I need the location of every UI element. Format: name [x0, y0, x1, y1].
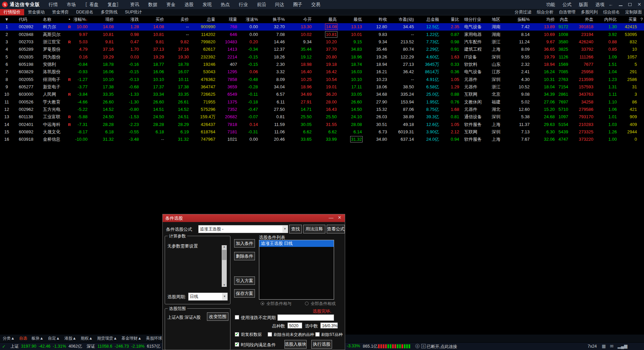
column-header-price[interactable]: 现价: [90, 16, 116, 23]
find-button[interactable]: 查找: [289, 225, 302, 233]
table-row[interactable]: 11000526学大教育-4.6626.60-1.3026.6026.61719…: [0, 98, 644, 105]
execute-pick-button[interactable]: 执行选股: [311, 340, 332, 349]
import-plan-button[interactable]: 引入方案: [234, 276, 255, 285]
table-row[interactable]: 4605289罗曼股份4.7937.161.7037.1337.16626171…: [0, 46, 644, 53]
scroll-thumb[interactable]: [222, 250, 226, 260]
bottom-tab[interactable]: 自选: [19, 336, 27, 341]
column-header-spd[interactable]: 涨速%: [239, 16, 260, 23]
index-segment[interactable]: 上证3197.90-42.46-1.31%4062亿: [10, 344, 82, 349]
column-header-bid[interactable]: 买价: [141, 16, 166, 23]
column-header-prev[interactable]: 昨收: [364, 16, 389, 23]
menu-item[interactable]: 前沿: [257, 2, 266, 8]
bottom-tab[interactable]: 板块▲: [32, 336, 44, 341]
column-header-q[interactable]: ?: [639, 16, 644, 23]
column-header-vol[interactable]: 总量: [191, 16, 218, 23]
condition-listbox[interactable]: 追涨王选股 日线: [259, 240, 334, 300]
menu-item[interactable]: 〖看盘: [85, 2, 99, 8]
table-row[interactable]: 2002848高斯贝尔9.9710.810.9810.81--114202646…: [0, 31, 644, 38]
toolbar-right-item[interactable]: 分类过滤: [515, 9, 531, 15]
mail-icon[interactable]: ✉: [610, 344, 613, 349]
toolbar-right-item[interactable]: 组合分析: [537, 9, 553, 15]
column-header-outer[interactable]: 外盘: [571, 16, 596, 23]
column-header-low[interactable]: 最低: [339, 16, 364, 23]
menu-item[interactable]: 选项: [595, 2, 604, 8]
dialog-title-bar[interactable]: 条件选股 — ✕: [163, 214, 345, 222]
menu-item[interactable]: 圈子: [293, 2, 302, 8]
column-header-high[interactable]: 最高: [314, 16, 339, 23]
menu-item[interactable]: 选股: [184, 2, 194, 8]
toolbar-tab[interactable]: 资金博弈: [48, 9, 72, 15]
column-header-open[interactable]: 今开: [287, 16, 314, 23]
chevron-down-icon[interactable]: ▼: [222, 293, 227, 300]
change-range-button[interactable]: 改变范围: [207, 312, 228, 321]
toolbar-right-item[interactable]: 定制版面: [625, 9, 642, 15]
table-row[interactable]: 3002703浙江世宝R5.039.810.479.819.8279982010…: [0, 38, 644, 46]
close-icon[interactable]: ✕: [637, 0, 641, 9]
dialog-minimize-icon[interactable]: —: [329, 215, 333, 220]
column-header-ratio[interactable]: 内外比: [596, 16, 619, 23]
menu-item[interactable]: 行情: [49, 2, 58, 8]
menu-item[interactable]: 公式: [562, 2, 572, 8]
grid-icon[interactable]: ▦: [602, 344, 606, 349]
table-row[interactable]: 12002962五方光电-5.2214.52-0.8014.5114.52575…: [0, 106, 644, 113]
params-scrollbar[interactable]: ▲ ▼: [222, 245, 227, 287]
toolbar-tab[interactable]: 行情报价: [0, 9, 24, 15]
column-header-amp[interactable]: 振幅%: [510, 16, 532, 23]
column-header-r[interactable]: •: [66, 16, 73, 23]
bottom-tab[interactable]: 期货现货▲: [97, 336, 117, 341]
custom-period-input[interactable]: [277, 314, 334, 321]
back-arrow-icon[interactable]: ←: [608, 0, 613, 9]
menu-item[interactable]: 复盘〗: [108, 2, 121, 8]
usage-note-button[interactable]: 用法注释: [303, 225, 325, 233]
checkbox-exclude-notrade[interactable]: [268, 332, 272, 337]
column-header-cur[interactable]: 现量: [218, 16, 239, 23]
formula-combobox[interactable]: 追涨王选股 - ▼: [198, 225, 288, 233]
bottom-tab[interactable]: 基金理财▲: [121, 336, 142, 341]
table-row[interactable]: 5002835同为股份0.1619.290.0319.2919.30232392…: [0, 53, 644, 60]
radio-all-and[interactable]: [261, 302, 264, 305]
column-header-ask[interactable]: 卖价: [166, 16, 191, 23]
restore-icon[interactable]: [628, 3, 632, 6]
condition-list-item[interactable]: 追涨王选股 日线: [259, 240, 334, 247]
column-header-inner[interactable]: 内盘: [557, 16, 571, 23]
menu-item[interactable]: 功能: [546, 2, 555, 8]
toolbar-tab[interactable]: 资金驱动: [24, 9, 48, 15]
view-formula-button[interactable]: 查看公式: [327, 225, 345, 233]
menu-item[interactable]: 资讯: [130, 2, 139, 8]
menu-item[interactable]: 数据: [148, 2, 157, 8]
menu-item[interactable]: 热点: [221, 2, 230, 8]
bottom-tab[interactable]: 港股▲: [64, 336, 76, 341]
save-plan-button[interactable]: 保存方案: [234, 289, 255, 298]
delete-condition-button[interactable]: 删除条件: [234, 252, 255, 260]
chevron-down-icon[interactable]: ▼: [282, 226, 287, 232]
scroll-down-icon[interactable]: ▼: [223, 283, 226, 287]
checkbox-exclude-st[interactable]: [315, 332, 320, 337]
menu-item[interactable]: 版面: [579, 2, 588, 8]
column-header-pe[interactable]: 市盈(动): [389, 16, 416, 23]
column-header-lb[interactable]: 量比: [441, 16, 462, 23]
column-header-reg[interactable]: 地区: [490, 16, 510, 23]
menu-item[interactable]: 市场: [67, 2, 76, 8]
minimize-icon[interactable]: [619, 5, 623, 6]
table-row[interactable]: 6605198安德利-0.8418.78-0.1618.7718.7819246…: [0, 61, 644, 68]
notify-badge-icon[interactable]: 0: [415, 344, 420, 348]
menu-item[interactable]: 行业: [239, 2, 248, 8]
column-header-avg[interactable]: 均价: [532, 16, 557, 23]
column-header-ind[interactable]: 细分行业: [462, 16, 490, 23]
column-header-num[interactable]: ▼: [0, 16, 13, 23]
connection-status[interactable]: 已断开,点此连接: [427, 344, 457, 350]
bottom-tab[interactable]: 分类▲: [3, 336, 15, 341]
checkbox-time-range[interactable]: [235, 342, 239, 347]
menu-item[interactable]: 资金: [166, 2, 175, 8]
checkbox-forward-adjust[interactable]: [235, 332, 239, 337]
column-header-name[interactable]: 名称: [38, 16, 66, 23]
dialog-close-icon[interactable]: ✕: [338, 215, 341, 220]
table-row[interactable]: 7603829洛凯股份-0.9316.06-0.1516.0616.075304…: [0, 68, 644, 76]
table-row[interactable]: 1002892科力尔R10.0014.081.2814.08--90099076…: [0, 23, 644, 31]
table-row[interactable]: 16603918金桥信息-10.0031.32-3.48--31.3274796…: [0, 136, 644, 143]
radio-and-label[interactable]: 全部条件相与: [266, 301, 291, 307]
index-segment[interactable]: 深证11058.6-246.73-2.18%6157亿: [87, 344, 160, 349]
table-row[interactable]: 15600892大晟文化-8.176.18-0.556.186.19618764…: [0, 128, 644, 136]
toolbar-right-item[interactable]: 多股同列: [581, 9, 598, 15]
table-row[interactable]: 13601138工业富联R-5.8824.50-1.5324.5024.5115…: [0, 113, 644, 121]
